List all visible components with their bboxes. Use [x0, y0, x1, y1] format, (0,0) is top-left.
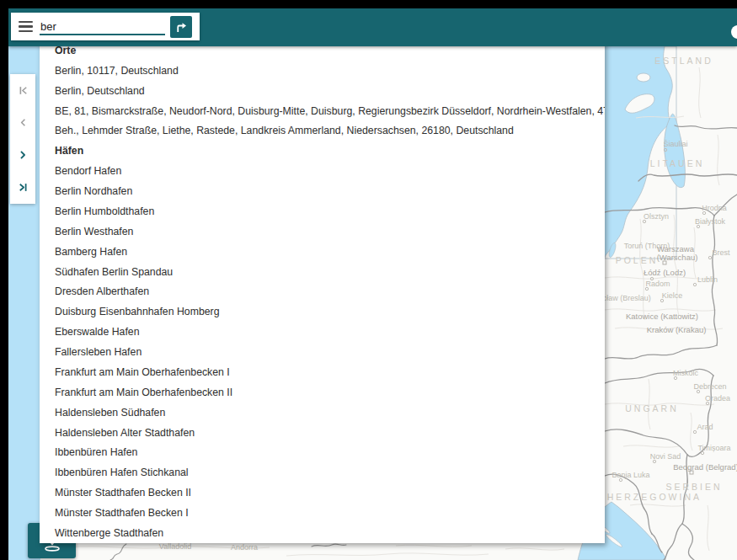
- map-label: Katowice (Kattowitz): [626, 312, 698, 321]
- suggestion-group-header: Häfen: [40, 141, 605, 161]
- search-suggestions-dropdown: OrteBerlin, 10117, DeutschlandBerlin, De…: [40, 40, 605, 543]
- map-label: Debrecen: [693, 382, 726, 391]
- suggestion-item[interactable]: Wittenberge Stadthafen: [40, 523, 605, 543]
- map-label: Radom: [645, 280, 670, 288]
- map-label: Hrodna: [702, 204, 727, 212]
- suggestion-item[interactable]: BE, 81, Bismarckstraße, Neudorf-Nord, Du…: [40, 101, 605, 121]
- suggestion-item[interactable]: Bamberg Hafen: [40, 242, 605, 262]
- map-label: Kielce: [662, 291, 683, 300]
- map-label: UNGARN: [625, 403, 679, 413]
- app-window: ESTLANDŠiauliaiLITAUENHrodnaOlsztynBiały…: [0, 0, 737, 560]
- directions-arrow-icon: [174, 19, 189, 35]
- map-label: ESTLAND: [654, 56, 713, 66]
- suggestion-item[interactable]: Dresden Alberthafen: [40, 282, 605, 302]
- suggestion-item[interactable]: Berlin Nordhafen: [40, 181, 605, 201]
- chevron-right-icon[interactable]: [10, 140, 35, 170]
- suggestion-item[interactable]: Berlin, 10117, Deutschland: [40, 61, 605, 81]
- skip-last-icon[interactable]: [10, 173, 35, 203]
- map-label: Miskolc: [673, 369, 699, 377]
- map-label: Šiauliai: [663, 140, 687, 148]
- map-island-hiiumaa: [637, 73, 650, 82]
- map-label: POLEN: [616, 255, 659, 265]
- suggestion-item[interactable]: Duisburg Eisenbahnhafen Homberg: [40, 301, 605, 322]
- map-label: Łódź (Lodz): [644, 268, 686, 277]
- map-label: Arad: [697, 423, 713, 431]
- search-card: [11, 13, 200, 40]
- suggestion-item[interactable]: Frankfurt am Main Oberhafenbecken I: [40, 362, 605, 382]
- suggestion-item[interactable]: Ibbenbüren Hafen: [40, 443, 605, 463]
- map-label: Novi Sad: [650, 452, 681, 461]
- map-label: Białystok: [695, 217, 726, 226]
- map-label: Banja Luka: [611, 471, 649, 479]
- suggestion-item[interactable]: Bendorf Hafen: [40, 161, 605, 181]
- map-label: Lublin: [697, 275, 718, 284]
- chevron-left-icon[interactable]: [10, 108, 35, 138]
- suggestion-item[interactable]: Beh., Lehmder Straße, Liethe, Rastede, L…: [40, 121, 605, 141]
- result-pager-panel: [10, 74, 35, 204]
- suggestion-item[interactable]: Münster Stadthafen Becken II: [40, 483, 605, 503]
- suggestion-item[interactable]: Berlin, Deutschland: [40, 81, 605, 101]
- map-label: (Warschau): [657, 253, 698, 262]
- suggestion-item[interactable]: Berlin Westhafen: [40, 221, 605, 242]
- suggestion-item[interactable]: Frankfurt am Main Oberhafenbecken II: [40, 382, 605, 403]
- suggestion-item[interactable]: Südhafen Berlin Spandau: [40, 262, 605, 282]
- search-input[interactable]: [40, 19, 165, 35]
- map-label: Brest: [712, 248, 730, 257]
- suggestion-item[interactable]: Münster Stadthafen Becken I: [40, 503, 605, 523]
- suggestion-item[interactable]: Haldensleben Südhafen: [40, 403, 605, 423]
- map-label: Oradea: [705, 394, 730, 403]
- suggestion-item[interactable]: Haldensleben Alter Stadthafen: [40, 423, 605, 443]
- map-label: Kraków (Krakau): [647, 325, 707, 334]
- map-label: Valladolid: [159, 542, 191, 551]
- suggestion-item[interactable]: Fallersleben Hafen: [40, 342, 605, 362]
- map-label: LITAUEN: [650, 158, 705, 168]
- help-button[interactable]: [731, 25, 737, 39]
- skip-first-icon[interactable]: [10, 75, 35, 105]
- map-label: Andorra: [231, 543, 258, 552]
- map-label: Olsztyn: [644, 212, 669, 221]
- suggestion-item[interactable]: Eberswalde Hafen: [40, 322, 605, 342]
- directions-button[interactable]: [170, 16, 192, 38]
- menu-icon[interactable]: [14, 16, 36, 38]
- suggestion-item[interactable]: Ibbenbüren Hafen Stichkanal: [40, 462, 605, 483]
- map-label: Beograd (Belgrad): [673, 462, 737, 472]
- app-header: [8, 8, 737, 46]
- map-label: SERBIEN: [665, 482, 722, 492]
- suggestion-item[interactable]: Berlin Humboldthafen: [40, 201, 605, 221]
- map-label: Timișoara: [697, 444, 730, 452]
